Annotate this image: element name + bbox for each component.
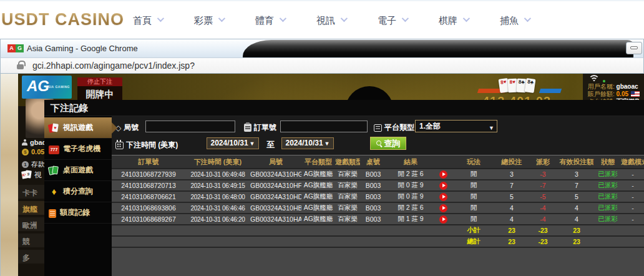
video-tab[interactable]: K♥9視 [22,170,42,180]
platform-select[interactable]: 1.全部▼ [415,120,497,132]
deposit-link[interactable]: 1存款 [22,160,45,169]
dropdown-arrow-icon: ▼ [250,140,255,147]
bet-time-label: 下注時間 (美東) [115,140,178,150]
titlebar-dark-overlay [243,40,633,57]
nav-item-live[interactable]: 視訊 [316,15,346,27]
table-row: 241031068727939 2024-10-31 06:49:48 GB00… [112,169,644,180]
nav-item-slots[interactable]: 電子 [378,15,407,27]
lock-icon [17,64,24,69]
player-balance: $0.05 [22,148,44,155]
nav-item-sports[interactable]: 體育 [255,15,285,27]
play-icon [442,206,446,210]
nav-item-fishing[interactable]: 捕魚 [500,15,529,27]
minimize-button[interactable] [626,42,642,54]
chevron-down-icon [524,15,531,22]
browser-titlebar[interactable]: A G Asia Gaming - Google Chrome [0,39,644,57]
play-icon [442,217,446,221]
minimize-icon [630,46,638,49]
person-icon [22,139,27,145]
dealt-cards: 8♥ 8♥ 8♣ 8♣ [500,79,535,92]
platform-label: 平台類型 [374,122,414,133]
screen: USDT CASINO 首頁 彩票 體育 視訊 電子 棋牌 捕魚 A G Asi… [0,0,644,276]
url-text[interactable]: gci.2hhapi.com/agingame/pcv1/index.jsp? [32,61,195,71]
balance-line: 賬戶餘額: 0.05 [588,91,644,98]
status-badge: 已派彩 [595,214,621,225]
search-button[interactable]: 查詢 [370,137,406,150]
window-title: Asia Gaming - Google Chrome [27,44,138,53]
list-icon [374,124,382,132]
chevron-down-icon [218,15,225,22]
bet-table: 訂單號 下注時間 (美東) 局號 平台類型 遊戲類型 桌號 結果 [112,155,644,248]
to-label: 至 [266,139,275,150]
status-badge: 已派彩 [595,169,621,180]
deposit-icon: 1 [22,161,29,168]
game-area: 8♥ 8♥ 8♣ 8♣ 413,401.03 AGASIA GAMING 停止下… [18,74,644,276]
nav-item-lottery[interactable]: 彩票 [194,15,223,27]
menu-item-slots[interactable]: 777 電子老虎機 [44,139,112,160]
page-left-gutter [1,74,18,276]
table-row: 241031068706621 2024-10-31 06:48:00 GB00… [112,191,644,202]
address-bar[interactable]: gci.2hhapi.com/agingame/pcv1/index.jsp? [0,57,644,74]
browser-window: A G Asia Gaming - Google Chrome gci.2hha… [0,39,644,276]
lobby-item[interactable]: 競 [18,234,44,250]
status-badge: 已派彩 [595,191,621,202]
nav-item-boardgames[interactable]: 棋牌 [439,15,468,27]
replay-button[interactable] [439,170,447,179]
date-to-picker[interactable]: 2024/10/31▼ [281,137,334,149]
table-games-icon [49,165,59,175]
round-input[interactable] [145,121,235,132]
nav-item-home[interactable]: 首頁 [133,15,162,27]
lobby-item[interactable]: 卡卡 [18,185,44,201]
site-logo: USDT CASINO [1,10,124,29]
replay-button[interactable] [439,182,447,190]
chevron-down-icon [463,15,470,22]
subtotal-row: 小計 23 -23 23 [112,225,644,236]
lobby-item-active[interactable]: 旗艦 [18,201,44,217]
calendar-icon [115,142,124,149]
replay-button[interactable] [439,193,447,201]
search-icon [376,140,383,147]
chevron-down-icon [341,15,348,22]
lobby-item[interactable]: 多 [18,250,44,266]
replay-button[interactable] [439,204,447,212]
order-label: 訂單號 [244,122,276,133]
panel-menu: ♥ 視訊遊戲 777 電子老虎機 桌面遊戲 [44,116,112,276]
chevron-down-icon [157,15,164,22]
total-row: 總計 23 -23 23 [112,236,644,247]
chevron-down-icon [280,15,286,22]
ag-favicon-icon: A G [7,44,24,52]
bet-table-wrap: 訂單號 下注時間 (美東) 局號 平台類型 遊戲類型 桌號 結果 [112,155,644,276]
player-bar [539,89,562,93]
site-top-nav: USDT CASINO 首頁 彩票 體育 視訊 電子 棋牌 捕魚 [0,0,644,39]
order-input[interactable] [280,121,368,132]
slot-777-icon: 777 [49,145,59,154]
page-viewport: 8♥ 8♥ 8♣ 8♣ 413,401.03 AGASIA GAMING 停止下… [0,74,644,276]
date-from-picker[interactable]: 2024/10/31▼ [207,137,259,149]
menu-item-points[interactable]: ♦ 積分查詢 [44,181,112,202]
bet-record-panel: 下注記錄 ♥ 視訊遊戲 777 電子老虎機 [44,100,644,276]
diamond-icon: ♦ [49,187,59,197]
chevron-down-icon [402,15,409,22]
panel-content: ◇局號 訂單號 平台類型 1.全部▼ 下注時間 (美東) 2024/10/31▼… [112,116,644,276]
play-icon [442,195,446,199]
filter-bar: ◇局號 訂單號 平台類型 1.全部▼ 下注時間 (美東) 2024/10/31▼… [112,116,644,155]
lobby-nav: 卡卡 旗艦 歐洲 競 多 [18,185,44,266]
menu-item-live-games[interactable]: ♥ 視訊遊戲 [44,117,112,139]
play-icon [442,184,446,187]
game-status-banner: 停止下注 開牌中 [77,77,122,102]
us-flag-icon [631,91,640,97]
ag-logo: AGASIA GAMING [22,76,72,99]
round-label: ◇局號 [115,122,139,133]
status-badge: 已派彩 [595,180,621,191]
wifi-icon [588,75,600,82]
document-icon [49,209,56,218]
menu-item-quota-record[interactable]: 額度記錄 [44,202,112,224]
replay-button[interactable] [439,215,447,224]
cards-icon: ♥ [49,123,59,133]
menu-item-table-games[interactable]: 桌面遊戲 [44,160,112,181]
lobby-item[interactable]: 歐洲 [18,217,44,234]
panel-title: 下注記錄 [44,100,644,116]
dropdown-arrow-icon: ▼ [324,140,330,147]
table-row: 241031068693806 2024-10-31 06:46:46 GB00… [112,202,644,214]
money-icon: $ [22,149,29,155]
